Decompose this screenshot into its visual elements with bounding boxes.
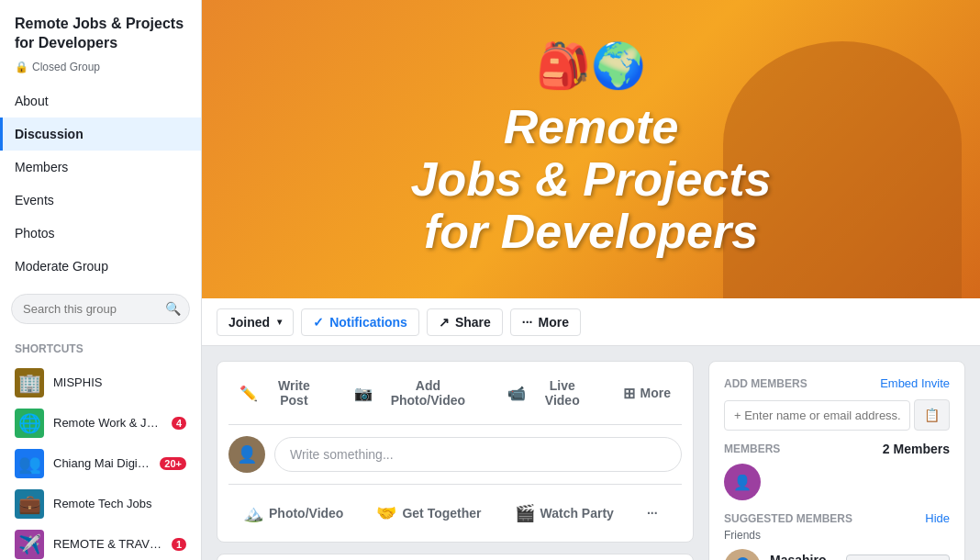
- sidebar: Remote Jobs & Projects for Developers 🔒 …: [0, 0, 202, 560]
- shortcut-avatar-remote-travel: ✈️: [15, 530, 44, 559]
- post-box: ✏️ Write Post 📷 Add Photo/Video 📹 Live V…: [217, 361, 694, 543]
- members-section-header: MEMBERS 2 Members: [724, 442, 950, 456]
- suggested-members-label: SUGGESTED MEMBERS: [724, 512, 852, 525]
- photo-icon: 🏔️: [243, 503, 263, 523]
- suggested-member-avatar: 👤: [724, 549, 761, 560]
- member-avatar-1[interactable]: 👤: [724, 464, 761, 500]
- share-button[interactable]: ↗ Share: [427, 308, 503, 336]
- share-icon: ↗: [439, 315, 450, 330]
- suggested-member-row: 👤 Masahiro Kobayashi Add Member: [724, 549, 950, 560]
- shortcut-badge-remote-travel: 1: [172, 538, 186, 551]
- shortcut-item-chiang-mai[interactable]: 👥 Chiang Mai Digital ... 20+: [15, 443, 186, 484]
- notifications-button[interactable]: ✓ Notifications: [301, 308, 419, 336]
- shortcut-name-remote-travel: REMOTE & TRAVEL _: [53, 537, 162, 551]
- add-member-input-row: 📋: [724, 399, 950, 431]
- sidebar-nav: About Discussion Members Events Photos M…: [0, 84, 201, 283]
- add-photo-video-button[interactable]: 📷 Add Photo/Video: [343, 373, 489, 413]
- post-write-input[interactable]: Write something...: [274, 437, 682, 472]
- search-input[interactable]: [11, 294, 190, 324]
- live-video-button[interactable]: 📹 Live Video: [496, 373, 605, 413]
- content-area: ✏️ Write Post 📷 Add Photo/Video 📹 Live V…: [202, 346, 980, 560]
- cover-emojis: 🎒🌍: [410, 40, 771, 92]
- photo-video-media-button[interactable]: 🏔️ Photo/Video: [228, 496, 358, 531]
- post-actions-top: ✏️ Write Post 📷 Add Photo/Video 📹 Live V…: [228, 373, 682, 425]
- handshake-icon: 🤝: [376, 503, 396, 523]
- add-suggested-member-button[interactable]: Add Member: [846, 554, 950, 561]
- member-avatars-list: 👤: [724, 464, 950, 500]
- suggested-members-header: SUGGESTED MEMBERS Hide: [724, 511, 950, 525]
- more-dots-icon: ···: [522, 315, 533, 330]
- camera-icon: 📷: [354, 385, 373, 402]
- shortcut-avatar-remote-tech: 💼: [15, 489, 44, 519]
- shortcut-avatar-remote-work: 🌐: [15, 409, 44, 438]
- video-icon: 📹: [507, 385, 526, 402]
- shortcut-item-remote-travel[interactable]: ✈️ REMOTE & TRAVEL _ 1: [15, 524, 186, 560]
- group-type: 🔒 Closed Group: [0, 57, 201, 84]
- nav-item-events[interactable]: Events: [0, 184, 201, 217]
- embed-invite-link[interactable]: Embed Invite: [880, 376, 950, 390]
- add-member-input[interactable]: [724, 400, 910, 431]
- right-column: ADD MEMBERS Embed Invite 📋 MEMBERS 2 Mem…: [708, 361, 965, 560]
- post-input-row: 👤 Write something...: [228, 436, 682, 473]
- feed-column: ✏️ Write Post 📷 Add Photo/Video 📹 Live V…: [217, 361, 694, 560]
- main-content: 🎒🌍 Remote Jobs & Projects for Developers…: [202, 0, 980, 560]
- suggested-member-name: Masahiro Kobayashi: [770, 553, 837, 560]
- more-post-button[interactable]: ⊞ More: [612, 379, 682, 408]
- cover-title: Remote Jobs & Projects for Developers: [410, 101, 771, 259]
- shortcut-badge-chiang-mai: 20+: [160, 457, 186, 470]
- nav-item-moderate[interactable]: Moderate Group: [0, 250, 201, 283]
- post-user-avatar: 👤: [228, 436, 265, 473]
- joined-button[interactable]: Joined ▾: [217, 308, 294, 336]
- nav-item-discussion[interactable]: Discussion: [0, 118, 201, 151]
- shortcut-badge-remote-work: 4: [172, 417, 186, 430]
- shortcuts-section: Shortcuts 🏢 MISPHIS 🌐 Remote Work & Job …: [0, 331, 201, 560]
- suggested-avatar-icon: 👤: [731, 556, 754, 560]
- members-card: ADD MEMBERS Embed Invite 📋 MEMBERS 2 Mem…: [708, 361, 965, 560]
- members-count: 2 Members: [883, 442, 950, 456]
- shortcut-avatar-chiang-mai: 👥: [15, 449, 44, 478]
- shortcut-name-remote-work: Remote Work & Job .: [53, 416, 162, 430]
- member-avatar-icon-1: 👤: [733, 474, 752, 491]
- pinned-announcements-card: × Pinned Posts Are Now Announcements Now…: [217, 554, 694, 560]
- hide-suggested-link[interactable]: Hide: [925, 511, 950, 525]
- action-bar: Joined ▾ ✓ Notifications ↗ Share ··· Mor…: [202, 298, 980, 346]
- watch-party-icon: 🎬: [515, 503, 535, 523]
- check-icon: ✓: [313, 315, 324, 330]
- pencil-icon: ✏️: [239, 385, 258, 402]
- add-members-label: ADD MEMBERS: [724, 377, 807, 390]
- write-post-button[interactable]: ✏️ Write Post: [228, 373, 336, 413]
- add-members-header: ADD MEMBERS Embed Invite: [724, 376, 950, 390]
- shortcut-item-misphis[interactable]: 🏢 MISPHIS: [15, 363, 186, 403]
- search-container: 🔍: [11, 294, 190, 324]
- more-media-button[interactable]: ···: [632, 498, 673, 528]
- nav-item-about[interactable]: About: [0, 84, 201, 118]
- shortcut-name-chiang-mai: Chiang Mai Digital ...: [53, 456, 150, 470]
- shortcut-avatar-misphis: 🏢: [15, 368, 44, 398]
- group-name: Remote Jobs & Projects for Developers: [0, 0, 201, 57]
- more-grid-icon: ⊞: [623, 385, 635, 402]
- lock-icon: 🔒: [15, 61, 28, 73]
- more-button[interactable]: ··· More: [510, 308, 581, 336]
- add-member-copy-button[interactable]: 📋: [914, 399, 950, 431]
- search-icon: 🔍: [165, 301, 181, 316]
- shortcut-name-remote-tech: Remote Tech Jobs: [53, 497, 186, 510]
- get-together-button[interactable]: 🤝 Get Together: [362, 496, 496, 531]
- shortcut-name-misphis: MISPHIS: [53, 375, 186, 389]
- nav-item-photos[interactable]: Photos: [0, 217, 201, 250]
- watch-party-button[interactable]: 🎬 Watch Party: [500, 496, 629, 531]
- shortcut-item-remote-work[interactable]: 🌐 Remote Work & Job . 4: [15, 403, 186, 443]
- post-media-buttons: 🏔️ Photo/Video 🤝 Get Together 🎬 Watch Pa…: [228, 484, 682, 531]
- joined-chevron-icon: ▾: [277, 317, 282, 327]
- copy-icon: 📋: [924, 408, 940, 422]
- cover-text-area: 🎒🌍 Remote Jobs & Projects for Developers: [410, 40, 771, 259]
- shortcut-item-remote-tech[interactable]: 💼 Remote Tech Jobs: [15, 484, 186, 524]
- members-label: MEMBERS: [724, 442, 780, 455]
- nav-item-members[interactable]: Members: [0, 151, 201, 184]
- cover-photo: 🎒🌍 Remote Jobs & Projects for Developers: [202, 0, 980, 298]
- more-media-icon: ···: [647, 506, 658, 521]
- friends-sublabel: Friends: [724, 529, 950, 542]
- shortcuts-label: Shortcuts: [15, 342, 186, 355]
